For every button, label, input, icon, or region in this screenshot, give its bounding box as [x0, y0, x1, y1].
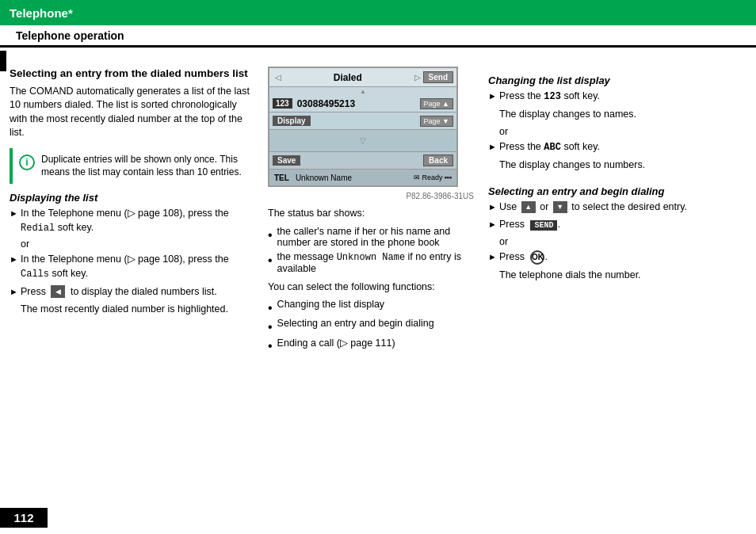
phone-triangle-row: ▲	[269, 87, 456, 95]
selecting-title: Selecting an entry and begin dialing	[488, 185, 746, 197]
ok-badge: OK	[530, 250, 544, 265]
arrow-icon-r4: ►	[488, 219, 499, 231]
or-r1: or	[499, 126, 746, 137]
mid-bullet-1-text: the caller's name if her or his name and…	[277, 226, 474, 248]
mid-column: ◁ Dialed ▷ Send ▲ 123 03088495213 Page ▲…	[268, 67, 474, 356]
step1-text: In the Telephone menu (▷ page 108), pres…	[21, 207, 254, 235]
step2-result: The display changes to numbers.	[499, 158, 746, 173]
right-step1: ► Press the 123 soft key.	[488, 90, 746, 104]
dot-icon-1: •	[268, 229, 273, 242]
right-column: Changing the list display ► Press the 12…	[488, 67, 746, 356]
nav-left-icon: ◀	[51, 285, 65, 298]
displaying-title: Displaying the list	[10, 192, 254, 204]
phone-display-btn[interactable]: Display	[273, 116, 311, 126]
phone-page-down-btn[interactable]: Page ▼	[420, 116, 453, 127]
phone-left-arrow: ◁	[273, 73, 284, 82]
func-3: • Ending a call (▷ page 111)	[268, 337, 474, 353]
phone-tel-label: TEL	[274, 174, 289, 182]
functions-title: You can select the following functions:	[268, 280, 474, 295]
changing-title: Changing the list display	[488, 74, 746, 86]
step3-item: ► Press ◀ to display the dialed numbers …	[10, 285, 254, 299]
dot-icon-4: •	[268, 321, 273, 334]
nav-up-icon: ▲	[521, 201, 536, 213]
phone-mail-icon: ✉	[414, 174, 420, 181]
phone-display-row: Display Page ▼	[269, 113, 456, 130]
mid-bullet-2-text: the message Unknown Name if no entry is …	[277, 251, 474, 274]
phone-caption: P82.86-3986-31US	[268, 192, 474, 200]
nav-down-icon: ▼	[553, 201, 567, 213]
arrow-icon-1: ►	[10, 208, 21, 219]
phone-screen: ◁ Dialed ▷ Send ▲ 123 03088495213 Page ▲…	[268, 67, 458, 187]
sub-header: Telephone operation	[0, 25, 756, 48]
func-3-text: Ending a call (▷ page 111)	[277, 337, 395, 349]
info-icon: i	[19, 154, 35, 170]
step4-text: The most recently dialed number is highl…	[21, 303, 254, 317]
dot-icon-3: •	[268, 302, 273, 315]
page-number: 112	[0, 508, 48, 528]
sel-step1-text: Use ▲ or ▼ to select the desired entry.	[499, 200, 746, 215]
phone-dialed-label: Dialed	[284, 72, 412, 83]
step1-result: The display changes to names.	[499, 108, 746, 122]
status-bar-title: The status bar shows:	[268, 207, 474, 221]
func-2-text: Selecting an entry and begin dialing	[277, 318, 434, 329]
dot-icon-2: •	[268, 254, 273, 267]
mid-bullet-2: • the message Unknown Name if no entry i…	[268, 251, 474, 274]
or-1: or	[21, 238, 254, 250]
intro-paragraph: The COMAND automatically generates a lis…	[10, 85, 254, 140]
arrow-icon-r3: ►	[488, 201, 499, 213]
phone-top-bar: ◁ Dialed ▷ Send	[269, 68, 456, 87]
sel-step3-result: The telephone dials the number.	[499, 269, 746, 283]
phone-signal-icon: ▪▪▪	[444, 174, 452, 181]
func-1-text: Changing the list display	[277, 299, 385, 310]
left-column: Selecting an entry from the dialed numbe…	[10, 67, 254, 356]
sel-step2-text: Press SEND.	[499, 218, 746, 232]
sub-title: Telephone operation	[16, 29, 124, 42]
phone-unknown-name: Unknown Name	[296, 174, 414, 182]
info-box: i Duplicate entries will be shown only o…	[10, 148, 254, 185]
phone-right-arrow: ▷	[412, 73, 423, 82]
mid-bullet-1: • the caller's name if her or his name a…	[268, 226, 474, 248]
arrow-icon-2: ►	[10, 254, 21, 265]
step1-item: ► In the Telephone menu (▷ page 108), pr…	[10, 207, 254, 235]
arrow-icon-r5: ►	[488, 251, 499, 263]
sel-step3-text: Press OK.	[499, 250, 746, 265]
arrow-icon-r1: ►	[488, 90, 499, 102]
phone-back-btn[interactable]: Back	[423, 154, 453, 166]
phone-save-btn[interactable]: Save	[273, 155, 300, 166]
right-step1-text: Press the 123 soft key.	[499, 90, 746, 104]
step2-text: In the Telephone menu (▷ page 108), pres…	[21, 253, 254, 280]
right-step2: ► Press the ABC soft key.	[488, 140, 746, 154]
phone-number-badge: 123	[273, 98, 292, 109]
step2-item: ► In the Telephone menu (▷ page 108), pr…	[10, 253, 254, 280]
step3-text: Press ◀ to display the dialed numbers li…	[21, 285, 254, 299]
phone-up-triangle: ▲	[360, 88, 366, 95]
dot-icon-5: •	[268, 340, 273, 353]
header-bar: Telephone*	[0, 0, 756, 25]
phone-status-row: TEL Unknown Name ✉ Ready ▪▪▪	[269, 170, 456, 185]
send-badge: SEND	[530, 220, 557, 231]
arrow-icon-r2: ►	[488, 141, 499, 153]
right-step2-text: Press the ABC soft key.	[499, 140, 746, 154]
phone-status-icons: ✉ Ready ▪▪▪	[414, 174, 452, 181]
main-section-title: Selecting an entry from the dialed numbe…	[10, 67, 254, 81]
page-title: Telephone*	[10, 6, 73, 20]
func-1: • Changing the list display	[268, 299, 474, 315]
phone-blank-row: ▽	[269, 130, 456, 152]
or-r2: or	[499, 236, 746, 247]
func-2: • Selecting an entry and begin dialing	[268, 318, 474, 334]
phone-send-button[interactable]: Send	[423, 71, 453, 83]
phone-number-row: 123 03088495213 Page ▲	[269, 95, 456, 113]
info-text: Duplicate entries will be shown only onc…	[41, 153, 247, 180]
sel-step3: ► Press OK.	[488, 250, 746, 265]
phone-save-row: Save Back	[269, 152, 456, 170]
arrow-icon-3: ►	[10, 286, 21, 298]
phone-down-triangle: ▽	[360, 136, 366, 145]
phone-ready-label: Ready	[422, 174, 442, 181]
sel-step1: ► Use ▲ or ▼ to select the desired entry…	[488, 200, 746, 215]
sel-step2: ► Press SEND.	[488, 218, 746, 232]
phone-page-up-btn[interactable]: Page ▲	[420, 98, 453, 109]
phone-number-text: 03088495213	[297, 98, 355, 109]
